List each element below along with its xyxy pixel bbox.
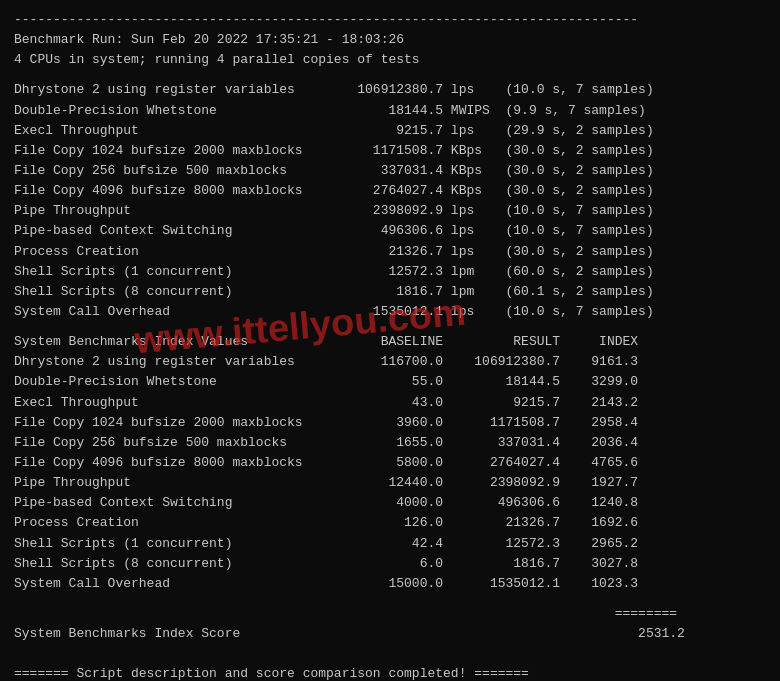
raw-benchmarks-section: Dhrystone 2 using register variables 106… xyxy=(14,80,766,322)
index-benchmark-row: Shell Scripts (1 concurrent) 42.4 12572.… xyxy=(14,534,766,554)
index-benchmark-row: File Copy 1024 bufsize 2000 maxblocks 39… xyxy=(14,413,766,433)
raw-benchmark-row: Double-Precision Whetstone 18144.5 MWIPS… xyxy=(14,101,766,121)
header-line1: Benchmark Run: Sun Feb 20 2022 17:35:21 … xyxy=(14,30,766,50)
index-benchmark-row: File Copy 4096 bufsize 8000 maxblocks 58… xyxy=(14,453,766,473)
index-section: System Benchmarks Index Values BASELINE … xyxy=(14,332,766,594)
raw-benchmark-row: Shell Scripts (8 concurrent) 1816.7 lpm … xyxy=(14,282,766,302)
index-benchmark-row: Process Creation 126.0 21326.7 1692.6 xyxy=(14,513,766,533)
index-benchmark-row: Pipe Throughput 12440.0 2398092.9 1927.7 xyxy=(14,473,766,493)
index-divider: ======== xyxy=(14,604,766,624)
index-benchmark-row: Double-Precision Whetstone 55.0 18144.5 … xyxy=(14,372,766,392)
index-benchmark-row: Shell Scripts (8 concurrent) 6.0 1816.7 … xyxy=(14,554,766,574)
raw-benchmark-row: Process Creation 21326.7 lps (30.0 s, 2 … xyxy=(14,242,766,262)
index-benchmark-row: File Copy 256 bufsize 500 maxblocks 1655… xyxy=(14,433,766,453)
footer-line: ======= Script description and score com… xyxy=(14,664,766,681)
raw-benchmark-row: File Copy 256 bufsize 500 maxblocks 3370… xyxy=(14,161,766,181)
raw-benchmark-row: Pipe Throughput 2398092.9 lps (10.0 s, 7… xyxy=(14,201,766,221)
raw-benchmark-row: Dhrystone 2 using register variables 106… xyxy=(14,80,766,100)
raw-benchmark-row: File Copy 4096 bufsize 8000 maxblocks 27… xyxy=(14,181,766,201)
benchmark-container: www.ittellyou.com ----------------------… xyxy=(14,10,766,681)
top-separator: ----------------------------------------… xyxy=(14,10,766,30)
index-benchmark-row: Pipe-based Context Switching 4000.0 4963… xyxy=(14,493,766,513)
index-benchmark-row: Dhrystone 2 using register variables 116… xyxy=(14,352,766,372)
index-header: System Benchmarks Index Values BASELINE … xyxy=(14,332,766,352)
raw-benchmark-row: Pipe-based Context Switching 496306.6 lp… xyxy=(14,221,766,241)
raw-benchmark-row: Execl Throughput 9215.7 lps (29.9 s, 2 s… xyxy=(14,121,766,141)
header-line2: 4 CPUs in system; running 4 parallel cop… xyxy=(14,50,766,70)
score-section: ========System Benchmarks Index Score 25… xyxy=(14,604,766,644)
raw-benchmark-row: File Copy 1024 bufsize 2000 maxblocks 11… xyxy=(14,141,766,161)
index-benchmark-row: Execl Throughput 43.0 9215.7 2143.2 xyxy=(14,393,766,413)
raw-benchmark-row: Shell Scripts (1 concurrent) 12572.3 lpm… xyxy=(14,262,766,282)
index-benchmark-row: System Call Overhead 15000.0 1535012.1 1… xyxy=(14,574,766,594)
raw-benchmark-row: System Call Overhead 1535012.1 lps (10.0… xyxy=(14,302,766,322)
score-line: System Benchmarks Index Score 2531.2 xyxy=(14,624,766,644)
